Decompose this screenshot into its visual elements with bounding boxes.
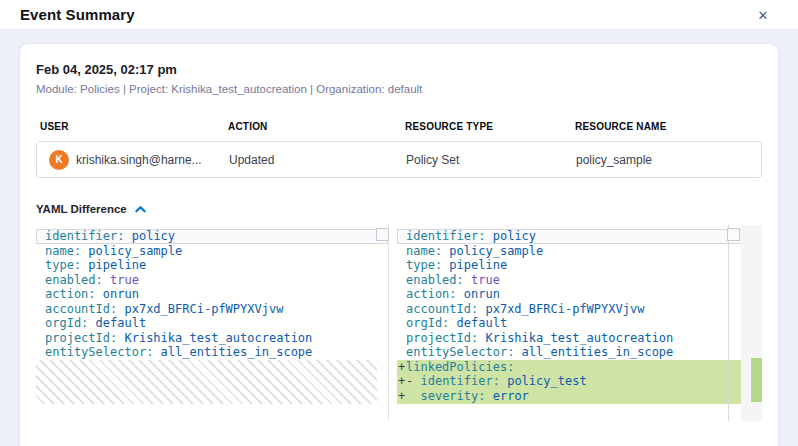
code-line: orgId: default	[36, 316, 388, 331]
code-line: name: policy_sample	[36, 244, 388, 259]
event-summary-modal: Event Summary ✕ Feb 04, 2025, 02:17 pm M…	[0, 0, 798, 446]
diff-added-line: + severity: error	[397, 389, 748, 404]
left-scrollbar-slider[interactable]	[376, 228, 389, 241]
code-line: entitySelector: all_entities_in_scope	[397, 345, 748, 360]
audit-table-header: USER ACTION RESOURCE TYPE RESOURCE NAME	[40, 121, 762, 132]
diff-add-marker: +	[398, 389, 405, 404]
user-cell: K krishika.singh@harne...	[49, 150, 229, 170]
code-line: entitySelector: all_entities_in_scope	[36, 345, 388, 360]
diff-pane-modified[interactable]: identifier: policyname: policy_sampletyp…	[397, 225, 748, 421]
event-card: Feb 04, 2025, 02:17 pm Module: Policies …	[20, 44, 778, 446]
column-header-user: USER	[40, 121, 228, 132]
event-timestamp: Feb 04, 2025, 02:17 pm	[36, 62, 762, 77]
event-context: Module: Policies | Project: Krishika_tes…	[36, 83, 762, 95]
close-icon[interactable]: ✕	[754, 6, 772, 24]
right-scrollbar-slider[interactable]	[727, 228, 740, 241]
code-line: accountId: px7xd_BFRCi-pfWPYXVjvw	[36, 302, 388, 317]
diff-added-line: +linkedPolicies:	[397, 360, 748, 375]
code-line: accountId: px7xd_BFRCi-pfWPYXVjvw	[397, 302, 748, 317]
code-line: type: pipeline	[36, 258, 388, 273]
modal-header: Event Summary ✕	[0, 0, 798, 30]
column-header-resource-name: RESOURCE NAME	[575, 121, 762, 132]
code-line: projectId: Krishika_test_autocreation	[36, 331, 388, 346]
resource-name-value: policy_sample	[576, 153, 761, 167]
code-line: enabled: true	[36, 273, 388, 288]
code-line: identifier: policy	[397, 229, 748, 244]
code-line: action: onrun	[397, 287, 748, 302]
code-line: projectId: Krishika_test_autocreation	[397, 331, 748, 346]
column-header-resource-type: RESOURCE TYPE	[405, 121, 575, 132]
overview-added-marker	[751, 358, 762, 402]
avatar: K	[49, 150, 69, 170]
table-row[interactable]: K krishika.singh@harne... Updated Policy…	[36, 141, 762, 178]
code-line: name: policy_sample	[397, 244, 748, 259]
code-line: enabled: true	[397, 273, 748, 288]
column-header-action: ACTION	[228, 121, 405, 132]
code-line: action: onrun	[36, 287, 388, 302]
diff-add-marker: +	[398, 374, 405, 389]
yaml-diff-editor[interactable]: identifier: policyname: policy_sampletyp…	[28, 225, 762, 421]
diff-pane-original[interactable]: identifier: policyname: policy_sampletyp…	[36, 225, 389, 421]
resource-type-value: Policy Set	[406, 153, 576, 167]
chevron-up-icon[interactable]	[135, 205, 146, 213]
code-line: orgId: default	[397, 316, 748, 331]
yaml-difference-header: YAML Difference	[36, 203, 762, 215]
overview-ruler[interactable]	[741, 225, 762, 421]
diff-missing-lines-hatch	[36, 360, 377, 404]
code-line: type: pipeline	[397, 258, 748, 273]
diff-added-line: +- identifier: policy_test	[397, 374, 748, 389]
code-line: identifier: policy	[36, 229, 388, 244]
user-email: krishika.singh@harne...	[76, 153, 202, 167]
page-title: Event Summary	[20, 6, 135, 23]
yaml-difference-label: YAML Difference	[36, 203, 127, 215]
diff-add-marker: +	[398, 360, 405, 375]
action-value: Updated	[229, 153, 406, 167]
editor-edge-line	[728, 225, 729, 421]
